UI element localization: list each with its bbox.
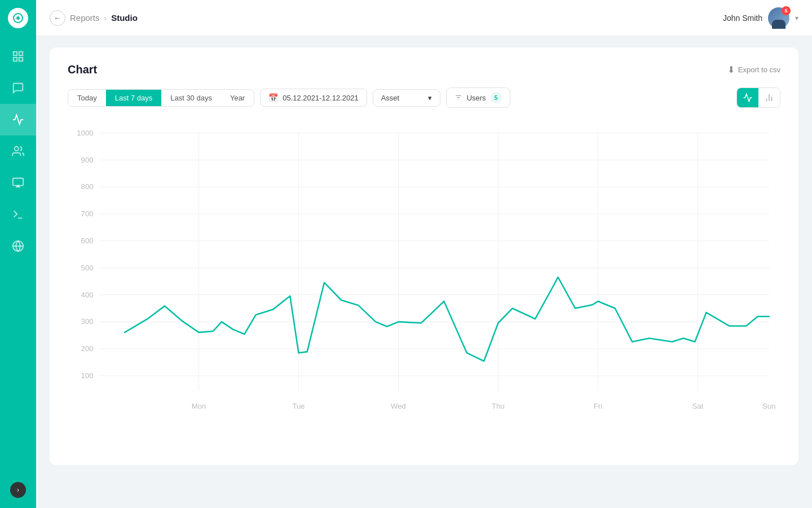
period-filter-group: Today Last 7 days Last 30 days Year bbox=[68, 89, 254, 107]
chart-area: 1000 900 800 700 600 500 400 300 200 100… bbox=[68, 121, 780, 426]
sidebar-collapse-button[interactable]: › bbox=[0, 476, 36, 503]
chat-icon bbox=[12, 82, 24, 94]
sidebar-item-users[interactable] bbox=[0, 135, 36, 167]
svg-text:100: 100 bbox=[81, 371, 94, 380]
users-filter-label: Users bbox=[467, 94, 486, 102]
svg-text:Thu: Thu bbox=[492, 402, 505, 410]
date-range-label: 05.12.2021-12.12.2021 bbox=[283, 94, 358, 102]
tools-icon bbox=[12, 208, 24, 221]
back-arrow-icon: ← bbox=[54, 14, 61, 23]
sidebar-item-presentations[interactable] bbox=[0, 167, 36, 199]
sidebar: › bbox=[0, 0, 36, 508]
sidebar-item-dashboard[interactable] bbox=[0, 41, 36, 72]
svg-text:1000: 1000 bbox=[77, 129, 93, 137]
avatar-wrapper[interactable]: 5 bbox=[768, 7, 789, 29]
sidebar-item-reports[interactable] bbox=[0, 104, 36, 135]
svg-rect-0 bbox=[14, 52, 17, 55]
user-section: John Smith 5 ▾ bbox=[723, 7, 798, 29]
line-chart-icon bbox=[743, 93, 753, 103]
svg-text:Sun: Sun bbox=[762, 402, 775, 410]
chart-line-icon bbox=[12, 113, 24, 126]
asset-label: Asset bbox=[381, 94, 400, 102]
svg-text:400: 400 bbox=[81, 290, 94, 299]
main-area: ← Reports › Studio John Smith 5 ▾ Chart … bbox=[36, 0, 812, 508]
user-name-label: John Smith bbox=[723, 14, 762, 23]
bar-chart-button[interactable] bbox=[758, 88, 780, 107]
svg-text:900: 900 bbox=[81, 156, 94, 164]
users-count-badge: 5 bbox=[491, 92, 502, 103]
svg-text:500: 500 bbox=[81, 264, 94, 272]
svg-point-4 bbox=[15, 147, 19, 151]
card-title: Chart bbox=[68, 63, 97, 76]
breadcrumb-separator: › bbox=[104, 14, 107, 23]
content-area: Chart ⬇ Export to csv Today Last 7 days … bbox=[36, 36, 812, 508]
sidebar-item-global[interactable] bbox=[0, 230, 36, 262]
svg-rect-2 bbox=[14, 58, 17, 61]
chart-card: Chart ⬇ Export to csv Today Last 7 days … bbox=[50, 47, 798, 465]
svg-text:200: 200 bbox=[81, 344, 94, 353]
bar-chart-icon bbox=[764, 93, 774, 103]
export-label: Export to csv bbox=[738, 65, 780, 74]
svg-text:700: 700 bbox=[81, 209, 94, 218]
line-chart-svg: 1000 900 800 700 600 500 400 300 200 100… bbox=[68, 121, 780, 426]
svg-text:300: 300 bbox=[81, 317, 94, 326]
filter-icon bbox=[454, 94, 462, 102]
svg-text:600: 600 bbox=[81, 237, 94, 245]
grid-icon bbox=[12, 50, 24, 63]
logo[interactable] bbox=[0, 0, 36, 36]
sidebar-nav bbox=[0, 36, 36, 476]
svg-rect-3 bbox=[19, 58, 23, 61]
back-button[interactable]: ← bbox=[50, 10, 65, 26]
download-icon: ⬇ bbox=[727, 64, 735, 75]
users-filter-button[interactable]: Users 5 bbox=[446, 87, 510, 108]
date-range-picker[interactable]: 📅 05.12.2021-12.12.2021 bbox=[260, 89, 367, 107]
chart-type-group bbox=[736, 87, 780, 108]
card-header: Chart ⬇ Export to csv bbox=[68, 63, 780, 76]
svg-rect-5 bbox=[13, 178, 23, 186]
filter-last30days[interactable]: Last 30 days bbox=[161, 90, 221, 106]
export-csv-button[interactable]: ⬇ Export to csv bbox=[727, 64, 780, 75]
breadcrumb-current: Studio bbox=[111, 13, 138, 23]
svg-text:Tue: Tue bbox=[292, 402, 304, 410]
svg-text:800: 800 bbox=[81, 182, 94, 191]
calendar-icon: 📅 bbox=[268, 93, 278, 102]
filter-today[interactable]: Today bbox=[68, 90, 106, 106]
svg-rect-1 bbox=[19, 52, 23, 55]
logo-icon bbox=[8, 8, 28, 28]
line-chart-button[interactable] bbox=[737, 88, 758, 107]
users-icon bbox=[12, 145, 24, 157]
svg-text:Wed: Wed bbox=[391, 402, 406, 410]
filter-last7days[interactable]: Last 7 days bbox=[106, 90, 162, 106]
presentation-icon bbox=[12, 177, 24, 189]
asset-dropdown-arrow: ▾ bbox=[428, 94, 432, 102]
sidebar-item-tools[interactable] bbox=[0, 199, 36, 230]
globe-icon bbox=[12, 240, 24, 252]
asset-dropdown[interactable]: Asset ▾ bbox=[373, 89, 440, 107]
sidebar-item-messages[interactable] bbox=[0, 72, 36, 104]
svg-text:Mon: Mon bbox=[192, 402, 206, 410]
user-dropdown-arrow[interactable]: ▾ bbox=[795, 14, 798, 22]
svg-text:Fri: Fri bbox=[594, 402, 602, 410]
collapse-icon: › bbox=[10, 482, 26, 498]
notification-badge: 5 bbox=[782, 6, 791, 15]
topbar: ← Reports › Studio John Smith 5 ▾ bbox=[36, 0, 812, 36]
filter-year[interactable]: Year bbox=[221, 90, 254, 106]
breadcrumb-nav: ← Reports › Studio bbox=[50, 10, 723, 26]
breadcrumb-parent[interactable]: Reports bbox=[70, 13, 100, 23]
svg-text:Sat: Sat bbox=[692, 402, 704, 410]
filters-bar: Today Last 7 days Last 30 days Year 📅 05… bbox=[68, 87, 780, 108]
